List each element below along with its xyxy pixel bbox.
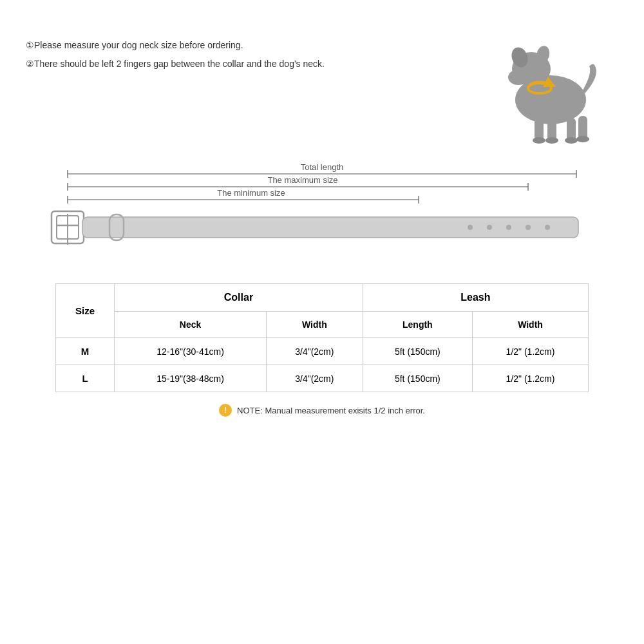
svg-point-2 (508, 70, 529, 85)
top-section: ①Please measure your dog neck size befor… (26, 19, 618, 148)
svg-point-33 (487, 225, 492, 230)
leash-width-cell: 1/2" (1.2cm) (473, 365, 589, 392)
leash-length-cell: 5ft (150cm) (363, 338, 472, 365)
width-subheader: Width (266, 312, 363, 338)
length-subheader: Length (363, 312, 472, 338)
leash-width-cell: 1/2" (1.2cm) (473, 338, 589, 365)
svg-text:Total length: Total length (301, 162, 344, 172)
svg-point-12 (565, 137, 578, 144)
collar-group-header: Collar (115, 284, 363, 312)
size-cell: M (56, 338, 115, 365)
svg-text:The minimum size: The minimum size (217, 188, 285, 198)
svg-text:The maximum size: The maximum size (267, 175, 337, 185)
width2-subheader: Width (473, 312, 589, 338)
collar-width-cell: 3/4"(2cm) (266, 338, 363, 365)
note-icon: ! (219, 404, 232, 417)
dog-svg (483, 23, 612, 145)
table-section: Size Collar Leash Neck Width Length Widt… (26, 283, 618, 392)
collar-neck-cell: 15-19"(38-48cm) (115, 365, 267, 392)
note-text: NOTE: Manual measurement exisits 1/2 inc… (237, 406, 425, 415)
svg-point-36 (545, 225, 550, 230)
svg-point-10 (533, 137, 545, 144)
svg-rect-31 (82, 217, 578, 238)
dog-illustration (477, 19, 618, 148)
page-container: ①Please measure your dog neck size befor… (0, 0, 644, 644)
instruction-1: ①Please measure your dog neck size befor… (26, 39, 477, 52)
size-table: Size Collar Leash Neck Width Length Widt… (55, 283, 589, 392)
instructions: ①Please measure your dog neck size befor… (26, 19, 477, 76)
svg-point-13 (576, 136, 589, 142)
table-row: L 15-19"(38-48cm) 3/4"(2cm) 5ft (150cm) … (56, 365, 589, 392)
note-section: ! NOTE: Manual measurement exisits 1/2 i… (26, 404, 618, 417)
collar-neck-cell: 12-16"(30-41cm) (115, 338, 267, 365)
svg-point-35 (526, 225, 531, 230)
svg-point-34 (506, 225, 511, 230)
neck-subheader: Neck (115, 312, 267, 338)
collar-diagram: Total length The maximum size The minimu… (26, 161, 618, 264)
size-col-header: Size (56, 284, 115, 338)
instruction-2: ②There should be left 2 fingers gap betw… (26, 57, 477, 71)
collar-diagram-svg: Total length The maximum size The minimu… (26, 161, 618, 264)
table-row: M 12-16"(30-41cm) 3/4"(2cm) 5ft (150cm) … (56, 338, 589, 365)
collar-width-cell: 3/4"(2cm) (266, 365, 363, 392)
svg-point-11 (545, 137, 558, 144)
leash-length-cell: 5ft (150cm) (363, 365, 472, 392)
leash-group-header: Leash (363, 284, 588, 312)
svg-point-32 (468, 225, 473, 230)
size-cell: L (56, 365, 115, 392)
